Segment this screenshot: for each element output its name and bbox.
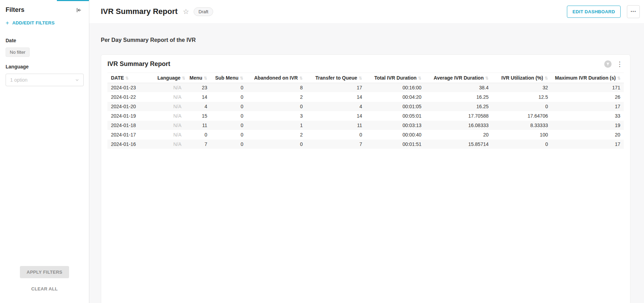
table-cell: 00:04:20 (366, 93, 425, 102)
dashboard-menu-button[interactable]: ··· (627, 5, 640, 18)
table-cell: 2024-01-17 (107, 130, 154, 140)
column-header[interactable]: IVR Utilization (%)⇅ (492, 73, 552, 83)
column-label: Transfer to Queue (315, 75, 357, 81)
table-cell: 23 (185, 83, 211, 93)
filter-funnel-icon (606, 62, 610, 66)
language-select[interactable]: 1 option (6, 74, 84, 86)
table-row: 2024-01-23N/A23081700:16:0038.432171 (107, 83, 624, 93)
table-cell: 0 (185, 130, 211, 140)
clear-all-button[interactable]: CLEAR ALL (29, 286, 60, 292)
table-cell: 15.85714 (425, 140, 492, 149)
table-cell: 1 (247, 121, 306, 130)
chevron-down-icon (75, 78, 79, 82)
table-cell: 0 (211, 140, 247, 149)
table-cell: 0 (211, 93, 247, 102)
sidebar-accent-bar (57, 0, 89, 1)
column-header[interactable]: Abandoned on IVR⇅ (247, 73, 306, 83)
collapse-left-icon (76, 7, 82, 13)
table-cell: 26 (552, 93, 624, 102)
table-cell: 17.70588 (425, 111, 492, 121)
date-filter-section: Date No filter (0, 33, 89, 59)
table-cell: 0 (247, 140, 306, 149)
table-cell: 4 (185, 102, 211, 111)
sort-icon[interactable]: ⇅ (485, 76, 488, 81)
cross-filter-button[interactable] (604, 60, 612, 68)
table-cell: 11 (185, 121, 211, 130)
sort-icon[interactable]: ⇅ (617, 76, 621, 81)
table-cell: N/A (154, 111, 185, 121)
table-cell: N/A (154, 102, 185, 111)
table-row: 2024-01-20N/A400400:01:0516.25017 (107, 102, 624, 111)
add-edit-filters-button[interactable]: + ADD/EDIT FILTERS (0, 16, 89, 33)
table-cell: 0 (492, 140, 552, 149)
table-cell: 14 (306, 93, 366, 102)
table-cell: 00:05:01 (366, 111, 425, 121)
column-header[interactable]: Sub Menu⇅ (211, 73, 247, 83)
language-filter-label: Language (6, 64, 83, 69)
table-cell: 11 (306, 121, 366, 130)
date-filter-label: Date (6, 38, 83, 43)
column-label: Sub Menu (215, 75, 239, 81)
collapse-filters-button[interactable] (76, 7, 82, 13)
favorite-star-icon[interactable]: ☆ (183, 8, 189, 15)
table-cell: 17.64706 (492, 111, 552, 121)
table-cell: 2024-01-18 (107, 121, 154, 130)
apply-filters-button[interactable]: APPLY FILTERS (20, 266, 69, 278)
column-label: IVR Utilization (%) (501, 75, 543, 81)
table-cell: 17 (552, 102, 624, 111)
table-cell: 20 (552, 130, 624, 140)
sort-icon[interactable]: ⇅ (182, 76, 185, 81)
column-label: Language (157, 75, 180, 81)
table-cell: N/A (154, 93, 185, 102)
column-header[interactable]: Average IVR Duration⇅ (425, 73, 492, 83)
plus-icon: + (6, 20, 9, 26)
column-label: DATE (111, 75, 124, 81)
column-header[interactable]: Maximum IVR Duration (s)⇅ (552, 73, 624, 83)
sort-icon[interactable]: ⇅ (545, 76, 548, 81)
table-cell: 4 (306, 102, 366, 111)
language-filter-section: Language 1 option (0, 59, 89, 88)
table-row: 2024-01-22N/A14021400:04:2016.2512.526 (107, 93, 624, 102)
table-cell: 2024-01-19 (107, 111, 154, 121)
sort-icon[interactable]: ⇅ (240, 76, 244, 81)
edit-dashboard-button[interactable]: EDIT DASHBOARD (567, 6, 621, 18)
table-cell: 8 (247, 83, 306, 93)
column-header[interactable]: Menu⇅ (185, 73, 211, 83)
table-cell: 00:16:00 (366, 83, 425, 93)
column-header[interactable]: Total IVR Duration⇅ (366, 73, 425, 83)
column-header[interactable]: Language⇅ (154, 73, 185, 83)
table-cell: 0 (211, 111, 247, 121)
table-cell: N/A (154, 121, 185, 130)
table-cell: N/A (154, 130, 185, 140)
table-cell: 171 (552, 83, 624, 93)
markdown-header: Per Day Summary Report of the IVR (101, 37, 630, 43)
table-cell: 0 (211, 102, 247, 111)
ivr-summary-card: IVR Summary Report ⋮ DATE⇅Language⇅Menu⇅… (101, 54, 630, 303)
table-cell: 16.25 (425, 102, 492, 111)
sort-icon[interactable]: ⇅ (204, 76, 207, 81)
table-row: 2024-01-17N/A002000:00:402010020 (107, 130, 624, 140)
card-title: IVR Summary Report (107, 60, 170, 68)
table-cell: 7 (185, 140, 211, 149)
sort-icon[interactable]: ⇅ (418, 76, 421, 81)
table-cell: 00:01:51 (366, 140, 425, 149)
table-cell: 100 (492, 130, 552, 140)
table-row: 2024-01-16N/A700700:01:5115.85714017 (107, 140, 624, 149)
sort-icon[interactable]: ⇅ (299, 76, 303, 81)
column-label: Abandoned on IVR (254, 75, 298, 81)
sort-icon[interactable]: ⇅ (125, 76, 129, 81)
page-title: IVR Summary Report (101, 7, 178, 16)
table-cell: 32 (492, 83, 552, 93)
column-header[interactable]: DATE⇅ (107, 73, 154, 83)
sort-icon[interactable]: ⇅ (359, 76, 362, 81)
table-cell: 2024-01-20 (107, 102, 154, 111)
table-cell: 16.25 (425, 93, 492, 102)
table-head-row: DATE⇅Language⇅Menu⇅Sub Menu⇅Abandoned on… (107, 73, 624, 83)
card-menu-button[interactable]: ⋮ (616, 61, 624, 67)
date-filter-value-chip: No filter (6, 47, 30, 57)
summary-table: DATE⇅Language⇅Menu⇅Sub Menu⇅Abandoned on… (107, 73, 624, 149)
column-header[interactable]: Transfer to Queue⇅ (306, 73, 366, 83)
table-cell: 0 (492, 102, 552, 111)
table-cell: 14 (306, 111, 366, 121)
column-label: Total IVR Duration (374, 75, 417, 81)
